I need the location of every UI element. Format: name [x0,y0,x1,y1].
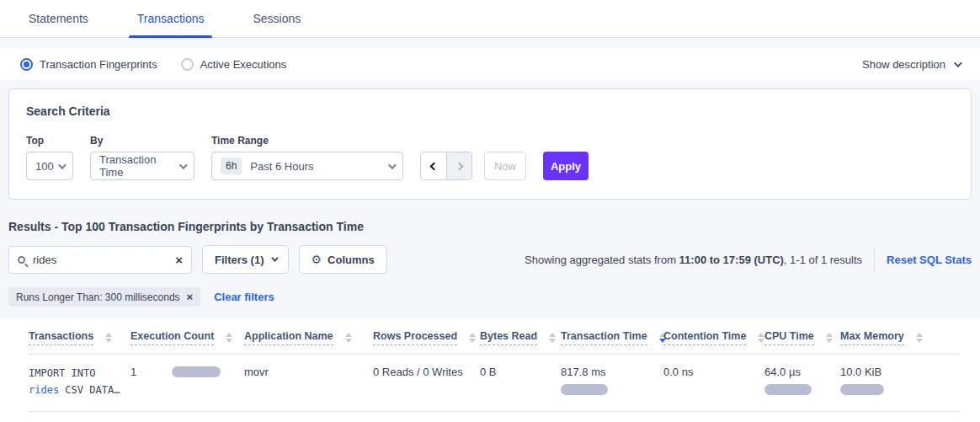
sort-icon[interactable] [916,333,923,343]
transaction-statement-line2: rides CSV DATA… [29,382,125,399]
filter-pill-label: Runs Longer Than: 300 milliseconds [16,291,180,303]
top-field: Top 100 [26,135,73,180]
sort-icon[interactable] [345,333,352,343]
transaction-statement-line1: IMPORT INTO [29,366,125,382]
stats-summary: Showing aggregated stats from 11:00 to 1… [525,247,972,272]
show-description-toggle[interactable]: Show description [862,58,960,71]
sort-icon[interactable] [469,333,476,343]
search-criteria-card: Search Criteria Top 100 By Transaction T… [8,88,972,200]
cell-bytes-read: 0 B [480,355,561,412]
by-field: By Transaction Time [90,135,194,180]
search-criteria-title: Search Criteria [26,104,954,118]
time-range-value: Past 6 Hours [250,160,313,173]
results-heading: Results - Top 100 Transaction Fingerprin… [8,220,972,233]
results-controls-row: × Filters (1) ⚙ Columns Showing aggregat… [8,245,972,274]
transaction-time-bar [561,384,608,395]
transactions-page: Statements Transactions Sessions Transac… [0,0,980,422]
top-label: Top [26,135,73,147]
time-range-arrows [420,152,472,180]
divider [874,247,875,272]
column-header-bytes-read[interactable]: Bytes Read [480,330,537,345]
results-table-panel: Transactions Execution Count Application… [0,318,980,422]
search-criteria-form: Top 100 By Transaction Time Time Range 6… [26,135,954,180]
cell-max-memory: 10.0 KiB [840,355,960,412]
execution-count-value: 1 [130,366,136,378]
gear-icon: ⚙ [312,253,322,266]
by-label: By [90,135,194,147]
cell-application-name: movr [244,355,373,412]
sort-icon[interactable] [549,333,556,343]
radio-label: Transaction Fingerprints [40,58,157,71]
active-filters-row: Runs Longer Than: 300 milliseconds × Cle… [8,287,972,307]
cell-transaction-time: 817.8 ms [561,355,663,412]
filters-button-label: Filters (1) [215,254,264,266]
search-input[interactable] [33,254,175,266]
radio-active-executions[interactable]: Active Executions [181,58,287,71]
next-time-range-button[interactable] [446,152,471,179]
time-range-label: Time Range [211,135,403,147]
clear-search-icon[interactable]: × [175,254,183,266]
sort-icon[interactable] [226,333,232,343]
results-search-box: × [8,246,192,274]
column-header-transaction-time[interactable]: Transaction Time [561,330,647,345]
page-tabbar: Statements Transactions Sessions [0,0,980,38]
now-button[interactable]: Now [484,152,526,180]
column-header-max-memory[interactable]: Max Memory [840,330,904,345]
reset-sql-stats-link[interactable]: Reset SQL Stats [887,254,972,266]
chevron-down-icon [271,254,278,261]
remove-filter-icon[interactable]: × [187,291,194,303]
radio-unselected-icon [181,58,194,71]
search-icon [18,256,25,264]
apply-button[interactable]: Apply [543,152,589,180]
clear-filters-link[interactable]: Clear filters [214,291,274,303]
time-range-field: Time Range 6h Past 6 Hours [211,135,403,180]
column-header-execution-count[interactable]: Execution Count [130,330,214,345]
table-row: IMPORT INTO rides CSV DATA… 1 movr 0 Rea… [29,355,960,412]
cell-contention-time: 0.0 ns [663,355,764,412]
chevron-right-icon [455,162,464,170]
sort-icon[interactable] [826,333,833,343]
top-select[interactable]: 100 [26,152,73,180]
stats-text: Showing aggregated stats from 11:00 to 1… [525,254,862,266]
chevron-down-icon [58,161,67,169]
top-select-value: 100 [35,160,54,173]
time-range-select[interactable]: 6h Past 6 Hours [211,152,403,180]
by-select-value: Transaction Time [99,153,179,179]
show-description-label: Show description [862,58,945,71]
filters-button[interactable]: Filters (1) [202,245,289,274]
chevron-down-icon [388,161,397,169]
execution-count-bar [172,366,221,377]
time-range-badge: 6h [221,158,242,174]
by-select[interactable]: Transaction Time [90,152,194,180]
chevron-down-icon [954,59,962,67]
radio-selected-icon [20,58,33,71]
cell-execution-count: 1 [130,355,244,412]
previous-time-range-button[interactable] [421,152,446,179]
tab-sessions[interactable]: Sessions [244,0,309,37]
column-header-rows-processed[interactable]: Rows Processed [373,330,457,345]
column-header-cpu-time[interactable]: CPU Time [764,330,814,345]
cell-transaction-fingerprint[interactable]: IMPORT INTO rides CSV DATA… [29,355,130,412]
tab-transactions[interactable]: Transactions [129,0,213,37]
cpu-time-value: 64.0 µs [764,366,835,378]
cell-rows-processed: 0 Reads / 0 Writes [373,355,480,412]
max-memory-bar [840,384,884,395]
view-toggle-band: Transaction Fingerprints Active Executio… [0,48,980,80]
columns-button-label: Columns [328,254,375,266]
cell-cpu-time: 64.0 µs [764,355,840,412]
sort-icon[interactable] [105,333,112,343]
filter-pill: Runs Longer Than: 300 milliseconds × [8,287,200,307]
radio-label: Active Executions [200,58,287,71]
columns-button[interactable]: ⚙ Columns [299,245,387,274]
results-table: Transactions Execution Count Application… [29,318,960,412]
transaction-time-value: 817.8 ms [561,366,658,378]
max-memory-value: 10.0 KiB [840,366,955,378]
table-header-row: Transactions Execution Count Application… [29,318,960,355]
cpu-time-bar [764,384,812,395]
radio-transaction-fingerprints[interactable]: Transaction Fingerprints [20,58,157,71]
column-header-application-name[interactable]: Application Name [244,330,333,345]
tab-statements[interactable]: Statements [20,0,97,37]
column-header-transactions[interactable]: Transactions [29,330,93,345]
chevron-left-icon [429,162,438,170]
column-header-contention-time[interactable]: Contention Time [663,330,746,345]
